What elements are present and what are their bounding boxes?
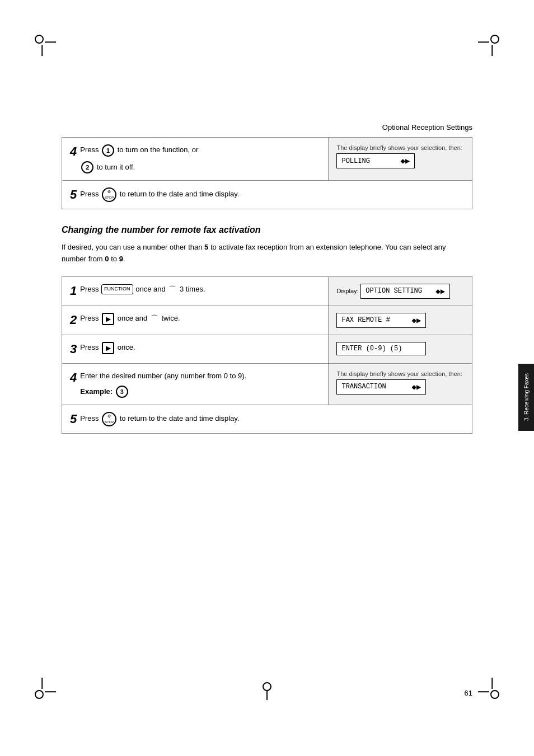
section1-step4-cell: 4 Press 1 to turn on the function, or 2 … bbox=[62, 138, 329, 181]
s2-step2-scroll-key: ⌒ bbox=[151, 313, 158, 325]
page-number: 61 bbox=[465, 689, 472, 697]
step4-key1: 1 bbox=[102, 144, 114, 157]
s2-step3-press: Press bbox=[80, 343, 99, 351]
section2-step4-display: The display briefly shows your selection… bbox=[329, 363, 472, 405]
center-bottom-mark bbox=[263, 682, 271, 700]
section2-step3-row: 3 Press ▶ once. ENTER (0-9) (5) bbox=[62, 335, 472, 363]
s2-step4-num: 4 bbox=[70, 370, 77, 385]
step4-key2: 2 bbox=[81, 161, 93, 173]
s2-step1-scroll-key: ⌒ bbox=[168, 284, 176, 295]
s2-step1-content: 1 Press FUNCTION once and ⌒ 3 times. bbox=[70, 284, 320, 298]
page-header: Optional Reception Settings bbox=[382, 123, 472, 132]
side-tab: 3. Receiving Faxes bbox=[518, 364, 534, 431]
s2-step3-right-key: ▶ bbox=[102, 342, 114, 354]
section2-step1-cell: 1 Press FUNCTION once and ⌒ 3 times. bbox=[62, 276, 329, 306]
step4-middle-text: to turn on the function, or bbox=[118, 145, 199, 154]
main-content: 4 Press 1 to turn on the function, or 2 … bbox=[62, 137, 472, 434]
corner-mark-tr bbox=[484, 34, 500, 50]
section2-step3-cell: 3 Press ▶ once. bbox=[62, 335, 329, 363]
s2-step1-display-text: OPTION SETTING bbox=[366, 287, 422, 295]
section2-table: 1 Press FUNCTION once and ⌒ 3 times. Dis… bbox=[62, 276, 472, 434]
step5-stop-key: ⊙STOP bbox=[102, 187, 116, 202]
section2-step5-row: 5 Press ⊙STOP to return to the date and … bbox=[62, 405, 472, 434]
section2-step5-cell: 5 Press ⊙STOP to return to the date and … bbox=[62, 405, 472, 434]
section1-step4-row: 4 Press 1 to turn on the function, or 2 … bbox=[62, 138, 472, 181]
section2-step4-cell: 4 Enter the desired number (any number f… bbox=[62, 363, 329, 405]
s2-step1-press: Press bbox=[80, 285, 99, 293]
step4-press-label: Press bbox=[80, 145, 99, 154]
section2-intro: If desired, you can use a number other t… bbox=[62, 242, 472, 265]
step4-display-arrow: ◆▶ bbox=[401, 156, 410, 166]
s2-step5-content: 5 Press ⊙STOP to return to the date and … bbox=[70, 412, 464, 426]
s2-step4-display-text: TRANSACTION bbox=[341, 383, 386, 391]
step5-press-label: Press bbox=[80, 190, 99, 198]
section2-step2-display: FAX REMOTE # ◆▶ bbox=[329, 306, 472, 335]
step5-num: 5 bbox=[70, 187, 77, 202]
s2-step3-display-text: ENTER (0-9) (5) bbox=[341, 345, 402, 353]
s2-step2-display-text: FAX REMOTE # bbox=[341, 316, 390, 324]
section1-step5-row: 5 Press ⊙STOP to return to the date and … bbox=[62, 181, 472, 209]
step4-num: 4 bbox=[70, 144, 77, 159]
s2-step2-content: 2 Press ▶ once and ⌒ twice. bbox=[70, 313, 320, 327]
s2-step2-text: Press ▶ once and ⌒ twice. bbox=[80, 313, 180, 325]
s2-step4-example: Example: 3 bbox=[80, 386, 246, 398]
s2-step3-num: 3 bbox=[70, 342, 77, 356]
s2-step4-main-text: Enter the desired number (any number fro… bbox=[80, 372, 246, 380]
s2-step4-example-key: 3 bbox=[116, 386, 128, 398]
s2-step4-display-note: The display briefly shows your selection… bbox=[336, 370, 464, 377]
s2-step4-display-arrow: ◆▶ bbox=[412, 382, 421, 392]
s2-step2-right-key: ▶ bbox=[102, 313, 114, 325]
s2-step1-text: Press FUNCTION once and ⌒ 3 times. bbox=[80, 284, 205, 295]
s2-step3-once: once. bbox=[118, 343, 135, 351]
section1-table: 4 Press 1 to turn on the function, or 2 … bbox=[62, 137, 472, 209]
section2-step1-row: 1 Press FUNCTION once and ⌒ 3 times. Dis… bbox=[62, 276, 472, 306]
step5-end-text: to return to the date and time display. bbox=[120, 190, 240, 198]
s2-step2-once: once and bbox=[118, 314, 148, 322]
corner-mark-bl bbox=[34, 683, 50, 700]
s2-step5-text: Press ⊙STOP to return to the date and ti… bbox=[80, 412, 239, 426]
s2-step2-display-arrow: ◆▶ bbox=[412, 316, 421, 325]
step4-sub: 2 to turn it off. bbox=[80, 161, 198, 173]
s2-step5-num: 5 bbox=[70, 412, 77, 426]
section2-step4-row: 4 Enter the desired number (any number f… bbox=[62, 363, 472, 405]
s2-step5-end-text: to return to the date and time display. bbox=[120, 415, 240, 423]
side-tab-text: 3. Receiving Faxes bbox=[523, 373, 530, 421]
step4-display-note: The display briefly shows your selection… bbox=[336, 144, 464, 151]
s2-step1-display-box: OPTION SETTING ◆▶ bbox=[360, 284, 450, 299]
step4-end-text: to turn it off. bbox=[97, 162, 135, 173]
s2-step1-display-arrow: ◆▶ bbox=[435, 287, 445, 296]
section2-heading: Changing the number for remote fax activ… bbox=[62, 225, 472, 235]
s2-step1-function-key: FUNCTION bbox=[101, 284, 133, 294]
section1-step4-display: The display briefly shows your selection… bbox=[329, 138, 472, 181]
step4-display-text: POLLING bbox=[341, 157, 369, 165]
s2-step5-stop-key: ⊙STOP bbox=[102, 412, 116, 426]
s2-step2-press: Press bbox=[80, 314, 99, 322]
s2-step2-twice: twice. bbox=[161, 314, 180, 322]
s2-step2-num: 2 bbox=[70, 313, 77, 327]
s2-step4-display-box: TRANSACTION ◆▶ bbox=[336, 379, 426, 395]
s2-step1-num: 1 bbox=[70, 284, 77, 298]
section2-step2-row: 2 Press ▶ once and ⌒ twice. FAX REMOTE #… bbox=[62, 306, 472, 335]
s2-step3-text: Press ▶ once. bbox=[80, 342, 135, 354]
step4-text: Press 1 to turn on the function, or 2 to… bbox=[80, 144, 198, 173]
corner-mark-br bbox=[484, 683, 500, 700]
section2-step1-display: Display: OPTION SETTING ◆▶ bbox=[329, 276, 472, 306]
step5-text: Press ⊙STOP to return to the date and ti… bbox=[80, 187, 239, 202]
s2-step4-example-label: Example: bbox=[80, 386, 113, 397]
section1-step5-cell: 5 Press ⊙STOP to return to the date and … bbox=[62, 181, 472, 209]
s2-step1-once: once and bbox=[135, 285, 166, 293]
s2-step4-text: Enter the desired number (any number fro… bbox=[80, 370, 246, 398]
section2-step3-display: ENTER (0-9) (5) bbox=[329, 335, 472, 363]
s2-step1-display-label: Display: bbox=[336, 287, 358, 294]
step4-display-box: POLLING ◆▶ bbox=[336, 153, 415, 168]
s2-step2-display-box: FAX REMOTE # ◆▶ bbox=[336, 313, 426, 328]
section2-step2-cell: 2 Press ▶ once and ⌒ twice. bbox=[62, 306, 329, 335]
step5-content: 5 Press ⊙STOP to return to the date and … bbox=[70, 187, 464, 202]
s2-step3-display-box: ENTER (0-9) (5) bbox=[336, 342, 426, 355]
step4-content: 4 Press 1 to turn on the function, or 2 … bbox=[70, 144, 320, 173]
s2-step1-times: 3 times. bbox=[180, 285, 205, 293]
s2-step5-press: Press bbox=[80, 415, 99, 423]
s2-step3-content: 3 Press ▶ once. bbox=[70, 342, 320, 356]
corner-mark-tl bbox=[34, 34, 50, 50]
s2-step4-content: 4 Enter the desired number (any number f… bbox=[70, 370, 320, 398]
